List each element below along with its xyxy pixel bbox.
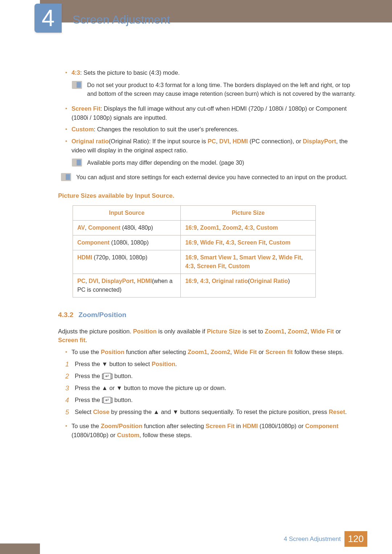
bullet-original-ratio: Original ratio(Original Ratio): If the i…	[65, 137, 358, 155]
col-input-source: Input Source	[73, 206, 181, 221]
col-picture-size: Picture Size	[181, 206, 316, 221]
bullet-43: 4:3: Sets the picture to basic (4:3) mod…	[65, 68, 358, 77]
page-footer: 4 Screen Adjustment 120	[284, 531, 367, 547]
table-row: HDMI (720p, 1080i, 1080p) 16:9, Smart Vi…	[73, 250, 316, 274]
note-ports: Available ports may differ depending on …	[72, 159, 358, 167]
chapter-badge: 4	[34, 4, 62, 33]
note-icon	[72, 159, 82, 167]
zoom-intro: Adjusts the picture position. Position i…	[58, 327, 358, 345]
note-icon	[72, 81, 82, 89]
table-row: Component (1080i, 1080p) 16:9, Wide Fit,…	[73, 235, 316, 250]
note-burn: Do not set your product to 4:3 format fo…	[72, 81, 358, 98]
table-row: AV, Component (480i, 480p) 16:9, Zoom1, …	[73, 221, 316, 235]
steps-list: 1Press the ▼ button to select Position. …	[65, 360, 358, 417]
table-row: PC, DVI, DisplayPort, HDMI(when a PC is …	[73, 274, 316, 297]
bullet-screenfit: Screen Fit: Displays the full image with…	[65, 104, 358, 122]
chapter-title: Screen Adjustment	[73, 11, 170, 28]
page-number: 120	[344, 531, 367, 547]
left-band	[0, 543, 40, 554]
bullet-zoom-lead: To use the Position function after selec…	[65, 348, 358, 357]
footer-label: 4 Screen Adjustment	[284, 534, 341, 544]
page-content: 4:3: Sets the picture to basic (4:3) mod…	[58, 65, 358, 442]
note-icon	[61, 173, 71, 181]
chapter-number: 4	[42, 1, 55, 36]
note-store: You can adjust and store settings for ea…	[61, 173, 358, 182]
term-43: 4:3	[72, 69, 80, 76]
bullet-zoom-after: To use the Zoom/Position function after …	[65, 422, 358, 440]
picture-size-table: Input Source Picture Size AV, Component …	[73, 205, 316, 297]
section-heading: 4.3.2Zoom/Position	[58, 310, 358, 320]
table-heading: Picture Sizes available by Input Source.	[58, 191, 358, 201]
bullet-custom: Custom: Changes the resolution to suit t…	[65, 125, 358, 134]
